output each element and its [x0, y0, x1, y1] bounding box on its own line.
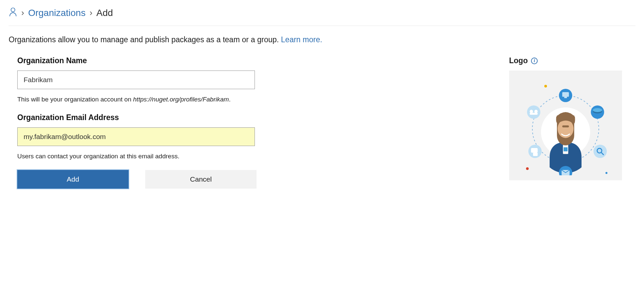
svg-point-19: [593, 108, 602, 112]
svg-point-1: [544, 85, 547, 87]
org-email-input[interactable]: [17, 127, 255, 146]
svg-rect-16: [530, 113, 538, 115]
info-icon[interactable]: i: [531, 58, 538, 64]
svg-point-14: [530, 110, 533, 113]
logo-preview[interactable]: [509, 71, 622, 180]
svg-point-3: [605, 172, 607, 174]
chevron-right-icon: ›: [21, 8, 24, 18]
org-email-label: Organization Email Address: [17, 113, 261, 122]
breadcrumb-organizations-link[interactable]: Organizations: [28, 8, 86, 18]
breadcrumb: › Organizations › Add: [9, 7, 635, 26]
org-email-hint: Users can contact your organization at t…: [17, 153, 261, 160]
svg-rect-7: [564, 147, 568, 151]
intro-text: Organizations allow you to manage and pu…: [9, 35, 635, 44]
svg-rect-11: [562, 92, 569, 97]
svg-point-15: [534, 110, 538, 113]
breadcrumb-current: Add: [96, 8, 113, 18]
chevron-right-icon: ›: [89, 8, 92, 18]
svg-rect-9: [562, 125, 569, 127]
org-name-hint: This will be your organization account o…: [17, 96, 261, 103]
svg-point-13: [527, 105, 540, 119]
logo-column: Logo i: [509, 56, 635, 180]
form-column: Organization Name This will be your orga…: [9, 56, 261, 189]
svg-rect-22: [533, 153, 538, 156]
svg-rect-12: [564, 97, 567, 98]
user-icon[interactable]: [9, 7, 17, 19]
svg-rect-21: [531, 148, 538, 153]
svg-point-2: [526, 167, 529, 170]
org-name-label: Organization Name: [17, 56, 261, 65]
learn-more-link[interactable]: Learn more.: [281, 35, 322, 44]
cancel-button[interactable]: Cancel: [145, 170, 257, 189]
logo-section-label: Logo: [509, 56, 528, 65]
org-name-input[interactable]: [17, 71, 255, 89]
svg-point-0: [11, 8, 15, 12]
svg-point-23: [593, 145, 607, 158]
add-button[interactable]: Add: [17, 170, 129, 189]
